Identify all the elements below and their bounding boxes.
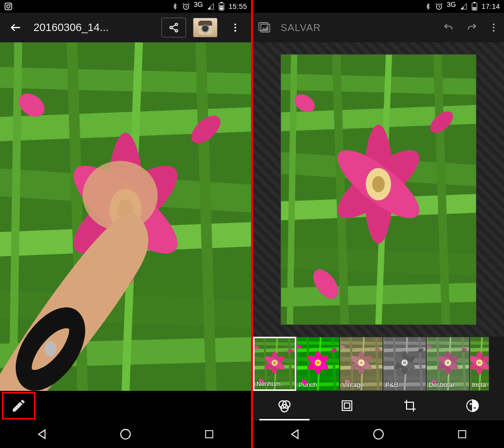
alarm-icon (435, 2, 443, 10)
svg-point-36 (234, 24, 236, 26)
filter-label: P&B (385, 381, 424, 388)
tool-frames[interactable] (316, 391, 379, 420)
svg-text:59: 59 (220, 5, 223, 8)
network-type: 3G (447, 0, 456, 8)
filter-punch[interactable]: Punch (296, 337, 340, 391)
filter-insta[interactable]: Insta (470, 337, 489, 391)
editor-canvas (281, 54, 476, 325)
save-button[interactable]: SALVAR (281, 22, 321, 33)
svg-point-34 (170, 27, 172, 29)
svg-point-48 (493, 24, 495, 26)
nav-home-button[interactable] (364, 424, 393, 444)
right-phone: 3G 39 17:14 SALVAR (253, 0, 504, 448)
signal-icon (460, 3, 468, 10)
photo-viewport[interactable] (0, 42, 251, 391)
back-button[interactable] (5, 17, 27, 38)
filter-label: Vintage (342, 381, 380, 388)
battery-icon: 39 (472, 2, 477, 11)
svg-point-49 (493, 27, 495, 29)
exposure-icon (466, 399, 479, 413)
left-phone: 3G 59 15:55 20160306_14... (0, 0, 251, 448)
share-button[interactable] (161, 18, 186, 37)
filter-label: Insta (472, 381, 487, 388)
filter-label: Nenhum (256, 380, 293, 387)
undo-button[interactable] (441, 22, 456, 33)
filter-label: Desbotar (429, 381, 467, 388)
bluetooth-icon (425, 2, 431, 10)
bluetooth-icon (172, 2, 178, 10)
overflow-menu-button[interactable] (488, 22, 499, 33)
svg-point-50 (493, 30, 495, 32)
filter-strip[interactable]: Nenhum Punch Vintage P&B Desbotar Insta (253, 337, 504, 391)
svg-point-26 (7, 5, 10, 8)
status-bar: 3G 39 17:14 (253, 0, 504, 13)
editor-canvas-area[interactable] (253, 42, 504, 337)
nav-bar (0, 420, 251, 448)
nav-back-button[interactable] (27, 424, 57, 444)
nav-recent-button[interactable] (194, 424, 224, 444)
redo-button[interactable] (465, 22, 479, 33)
frames-icon (341, 399, 353, 412)
alarm-icon (182, 2, 190, 10)
signal-icon (207, 3, 215, 10)
tool-row (253, 391, 504, 420)
filter-pb[interactable]: P&B (383, 337, 426, 391)
svg-point-57 (374, 429, 383, 439)
tool-crop[interactable] (378, 391, 441, 420)
crop-icon (403, 399, 417, 413)
overflow-menu-button[interactable] (224, 17, 246, 38)
svg-rect-55 (345, 403, 350, 409)
status-bar: 3G 59 15:55 (0, 0, 251, 13)
svg-text:39: 39 (473, 6, 476, 9)
network-type: 3G (194, 0, 203, 8)
svg-rect-40 (206, 431, 213, 438)
nav-back-button[interactable] (280, 424, 310, 444)
instagram-button[interactable] (193, 18, 218, 37)
camera-app-icon (4, 2, 13, 11)
nav-bar (253, 420, 504, 448)
svg-rect-30 (220, 2, 222, 3)
save-image-icon (258, 22, 272, 33)
filter-label: Punch (299, 381, 337, 388)
filter-vintage[interactable]: Vintage (340, 337, 383, 391)
edit-button[interactable] (11, 398, 27, 414)
battery-icon: 59 (219, 2, 224, 11)
svg-point-38 (234, 30, 236, 32)
tool-exposure[interactable] (441, 391, 504, 420)
edit-button-highlight (2, 392, 35, 419)
status-time: 15:55 (228, 2, 247, 10)
status-time: 17:14 (481, 2, 500, 10)
nav-home-button[interactable] (111, 424, 140, 444)
svg-rect-58 (459, 431, 466, 438)
nav-recent-button[interactable] (447, 424, 477, 444)
svg-rect-54 (343, 401, 352, 411)
edit-strip (0, 391, 251, 420)
file-title: 20160306_14... (33, 21, 155, 34)
filter-nenhum[interactable]: Nenhum (253, 337, 296, 391)
instagram-icon (198, 21, 212, 34)
editor-action-bar: SALVAR (253, 13, 504, 42)
svg-point-27 (10, 4, 11, 5)
svg-point-39 (121, 429, 130, 439)
action-bar: 20160306_14... (0, 13, 251, 42)
svg-rect-43 (473, 2, 475, 3)
filter-desbotar[interactable]: Desbotar (426, 337, 470, 391)
svg-point-35 (175, 30, 178, 32)
svg-point-33 (175, 23, 178, 26)
filters-icon (277, 398, 292, 413)
tool-filters[interactable] (253, 391, 316, 420)
svg-point-37 (234, 27, 236, 29)
